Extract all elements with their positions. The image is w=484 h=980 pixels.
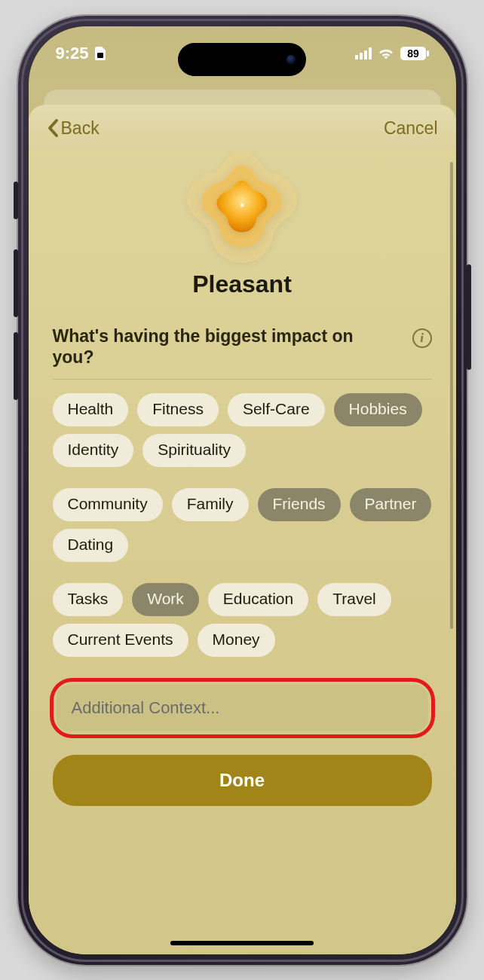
battery-icon: 89 [400,47,429,60]
impact-chip[interactable]: Current Events [53,624,188,657]
done-button[interactable]: Done [53,755,432,806]
additional-context-input[interactable] [57,685,428,731]
home-indicator[interactable] [170,941,314,945]
screen: 9:25 89 [29,26,456,954]
impact-chip[interactable]: Identity [53,434,134,467]
nav-bar: Back Cancel [29,105,456,150]
cellular-signal-icon [355,47,372,60]
back-label: Back [61,118,100,139]
cancel-button[interactable]: Cancel [384,118,438,139]
mood-flower-icon [174,150,310,270]
iphone-frame: 9:25 89 [18,16,467,965]
battery-percentage: 89 [400,47,429,60]
chip-group-2: TasksWorkEducationTravelCurrent EventsMo… [53,583,432,657]
chevron-left-icon [47,118,60,138]
impact-chip[interactable]: Partner [350,488,432,521]
impact-chip[interactable]: Self-Care [228,393,325,426]
impact-chip[interactable]: Family [172,488,249,521]
impact-chip[interactable]: Tasks [53,583,124,616]
back-button[interactable]: Back [47,118,100,139]
impact-chip[interactable]: Friends [258,488,341,521]
scrollbar-thumb[interactable] [450,162,453,629]
impact-chip[interactable]: Travel [317,583,391,616]
dynamic-island[interactable] [178,43,306,76]
chip-group-0: HealthFitnessSelf-CareHobbiesIdentitySpi… [53,393,432,467]
impact-chip[interactable]: Dating [53,529,129,562]
side-button[interactable] [467,264,471,370]
status-time: 9:25 [56,44,89,63]
question-text: What's having the biggest impact on you? [53,325,387,369]
wifi-icon [378,47,394,60]
sim-card-icon [95,47,106,60]
volume-down-button[interactable] [14,332,18,400]
mood-label: Pleasant [53,270,432,298]
impact-chip[interactable]: Health [53,393,129,426]
question-row: What's having the biggest impact on you?… [53,325,432,380]
svg-rect-0 [97,53,103,58]
impact-chip[interactable]: Money [198,624,275,657]
svg-point-3 [240,203,244,207]
impact-chip[interactable]: Hobbies [334,393,422,426]
impact-chip[interactable]: Education [208,583,308,616]
volume-up-button[interactable] [14,249,18,317]
impact-chip[interactable]: Community [53,488,163,521]
chip-group-1: CommunityFamilyFriendsPartnerDating [53,488,432,562]
impact-chip-groups: HealthFitnessSelf-CareHobbiesIdentitySpi… [53,393,432,657]
impact-chip[interactable]: Work [132,583,199,616]
log-mood-sheet: Back Cancel [29,105,456,954]
content-scroll[interactable]: Pleasant What's having the biggest impac… [29,150,456,954]
info-icon[interactable]: i [412,328,432,348]
mute-switch[interactable] [14,182,18,219]
impact-chip[interactable]: Fitness [137,393,219,426]
additional-context-annotation [50,678,435,738]
impact-chip[interactable]: Spirituality [142,434,246,467]
